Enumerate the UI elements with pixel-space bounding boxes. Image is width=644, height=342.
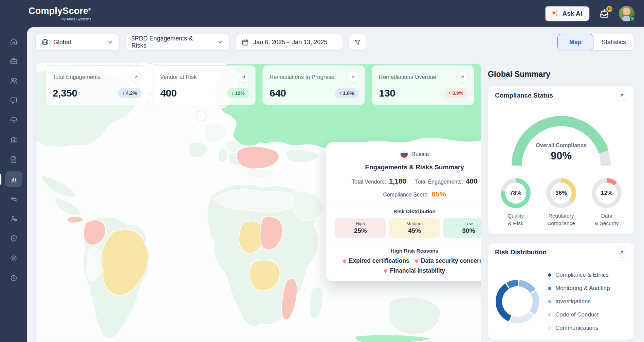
kpi-title: Vendor at Risk [160,74,197,80]
brand-logo: ComplyScore® by Atlas Systems [29,6,91,21]
arrow-up-right-icon [133,74,139,80]
sidebar-item-settings[interactable] [5,250,22,266]
sidebar-item-users[interactable] [5,73,22,88]
sidebar-item-home[interactable] [5,33,22,49]
bar-chart-icon [10,175,18,184]
module-dropdown[interactable]: 3PDD Engagements & Risks [126,34,229,50]
sidebar-item-vendors[interactable] [5,53,22,69]
country-cuba [67,217,84,223]
legend-item: Code of Conduct [548,311,610,318]
view-toggle-map[interactable]: Map [557,34,593,50]
kpi-trend-badge: ↓ 12% [227,88,249,98]
kpi-title: Total Engagements [53,74,100,80]
kpi-card-remediations-in-progress: Remediations In Progress 640 ↑ 1.8% [262,65,365,105]
shield-star-icon [10,234,18,243]
country-shape [310,287,323,319]
sidebar-item-audit-log[interactable] [5,191,22,207]
donut-chart: 12% [592,178,622,208]
inbox-button[interactable]: 18 [599,8,610,19]
global-summary-panel: Global Summary Compliance Status Overall… [488,70,634,340]
popup-risk-section-title: Risk Distribution [335,208,481,215]
filter-button[interactable] [349,34,366,50]
main-content: Global 3PDD Engagements & Risks Jan 6, 2… [27,27,644,342]
kpi-value: 2,350 [53,87,77,99]
country-shape [41,175,77,197]
popup-stat-total-engagements: Total Engagements:400 [415,177,477,185]
document-icon [10,155,18,164]
sidebar-item-security[interactable] [5,230,22,246]
open-details-button[interactable] [347,71,358,83]
sidebar-item-user-settings[interactable] [5,211,22,226]
open-details-button[interactable] [456,71,468,83]
funnel-icon [354,38,362,46]
kpi-trend-badge: ↑ 1.8% [335,88,358,98]
popup-stat-total-vendors: Total Vendors:1,180 [352,177,406,185]
legend-item: Investigations [548,298,610,305]
list-search-icon [10,195,18,203]
ring-quality-risk: 78% Quality & Risk [497,178,534,227]
compliance-status-card: Compliance Status Overall Compliance 90%… [488,86,634,235]
view-toggle-statistics[interactable]: Statistics [593,34,634,50]
divider [326,243,481,243]
legend-item: Communications [548,325,610,331]
kpi-card-remediations-overdue: Remediations Overdue 130 ↑ 3.9% [372,65,474,105]
legend-dot-icon [548,300,551,303]
sidebar-item-messages[interactable] [5,92,22,108]
kpi-card-total-engagements: Total Engagements 2,350 ↑ 4.2% [45,65,148,105]
calendar-icon [241,38,249,46]
kpi-trend-badge: ↑ 4.2% [118,88,142,98]
bank-icon [10,136,18,144]
popup-compliance-score: Compliance Score:65% [335,190,481,198]
arrow-up-right-icon [460,74,465,80]
region-value: Global [53,39,71,46]
ask-ai-button[interactable]: Ask AI [545,6,590,21]
sidebar-item-analytics[interactable] [5,171,22,187]
open-details-button[interactable] [130,71,142,83]
divider [326,204,481,204]
popup-reasons-title: High Risk Reasons [335,248,481,254]
ring-data-security: 12% Data & Security [588,178,625,227]
inbox-badge: 18 [606,5,613,13]
users-icon [10,76,18,85]
ask-ai-label: Ask AI [563,10,582,17]
app-header: ComplyScore® by Atlas Systems Ask AI [0,0,644,27]
kpi-value: 130 [379,87,395,99]
global-summary-title: Global Summary [488,70,634,79]
sidebar-item-umbrella[interactable] [5,112,22,128]
russia-flag-icon [400,150,408,158]
compliance-status-title: Compliance Status [495,92,553,99]
bullet-dot-icon [384,269,387,273]
sidebar-item-documents[interactable] [5,152,22,167]
donut-chart: 36% [546,178,576,208]
country-shape [55,198,82,216]
umbrella-icon [10,116,18,124]
date-range-value: Jan 6, 2025 – Jan 13, 2025 [253,39,327,46]
country-shape [218,147,227,163]
risk-distribution-card: Risk Distribution Compliance & Ethics Mo… [488,243,634,340]
user-gear-icon [10,215,18,223]
chat-icon [10,96,18,105]
world-map-panel: Total Engagements 2,350 ↑ 4.2% Vendor at… [35,63,481,342]
online-status-dot [630,16,635,21]
view-toggle: Map Statistics [557,34,634,51]
user-avatar[interactable] [619,6,634,21]
region-dropdown[interactable]: Global [35,34,119,50]
open-details-button[interactable] [616,246,627,258]
donut-chart: 78% [501,178,531,208]
country-shape [188,142,207,157]
kpi-title: Remediations Overdue [379,74,436,80]
kpi-value: 640 [270,87,286,99]
brand-name: ComplyScore® [29,6,91,16]
open-details-button[interactable] [238,71,249,83]
popup-title: Engagements & Risks Summary [335,164,481,171]
risk-level-medium: Medium 45% [389,218,440,238]
date-range-picker[interactable]: Jan 6, 2025 – Jan 13, 2025 [236,34,343,50]
bullet-dot-icon [415,259,418,263]
risk-level-high: High 25% [335,218,386,238]
open-details-button[interactable] [616,90,627,101]
gauge-value: 90% [505,150,617,162]
high-risk-reason: Financial instability [384,267,445,274]
sidebar-item-organization[interactable] [5,132,22,148]
sidebar-item-history[interactable] [5,270,22,286]
module-value: 3PDD Engagements & Risks [131,35,209,49]
